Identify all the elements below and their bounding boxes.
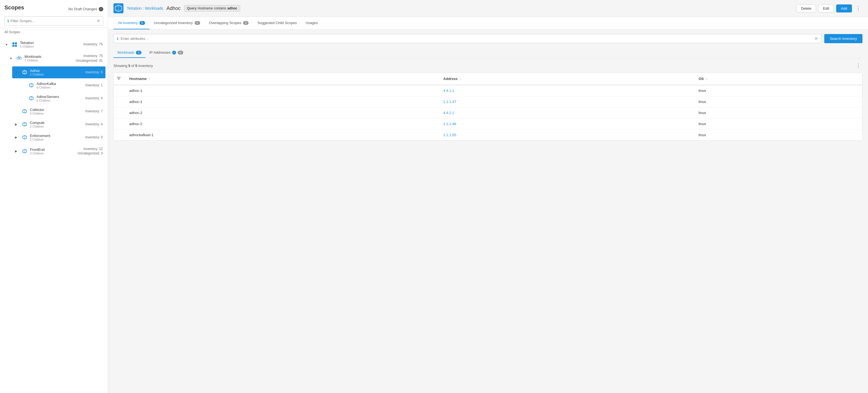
sidebar-header: Scopes No Draft Changes i ℹ ✕ [0,0,108,28]
row-address-0[interactable]: 4.4.1.1 [439,85,694,96]
query-value: adhoc [227,6,237,10]
address-link-1[interactable]: 1.1.1.47 [443,100,456,104]
tab-label-all-inventory: All Inventory [118,21,138,25]
row-os-1: linux [694,96,862,108]
row-os-4: linux [694,129,862,141]
sub-tab-ip-addresses[interactable]: IP Addressesi0 [145,48,187,58]
scope-children-workloads: 7 Children [24,59,73,62]
showing-text: Showing 5 of 5 inventory [114,64,153,68]
chevron-adhoc[interactable]: ▼ [15,70,20,74]
scope-icon-frontend [22,148,28,154]
breadcrumb-workloads[interactable]: Workloads [145,6,163,10]
search-input[interactable] [121,36,812,41]
scope-name-frontend: FrontEnd [30,148,75,152]
scope-children-adhockafka: 0 Children [36,86,83,89]
row-hostname-1: adhoc-1 [125,96,439,108]
topbar-brand [114,3,123,13]
query-operator: contains [214,6,226,10]
scope-meta-tetration: Inventory: 75 [84,42,103,47]
sidebar-item-adhocservers[interactable]: AdhocServers0 ChildrenInventory: 4 [19,92,105,104]
clear-search-button[interactable]: ✕ [814,36,818,41]
sidebar-item-enforcement[interactable]: ▶Enforcement2 ChildrenInventory: 0 [12,131,105,143]
scope-meta-adhoc: Inventory: 5 [85,70,103,75]
filter-input[interactable] [10,19,95,23]
hostname-column-header[interactable]: Hostname ↑ [125,73,439,85]
scope-name-wrap-tetration: Tetration5 Children [20,41,82,48]
sidebar-item-workloads[interactable]: ▼Workloads7 ChildrenInventory: 75Uncateg… [7,52,105,65]
scope-name-wrap-compute: Compute2 Children [30,121,83,128]
address-link-2[interactable]: 4.4.2.1 [443,111,454,115]
chevron-compute[interactable]: ▶ [15,123,20,126]
address-link-4[interactable]: 1.1.1.55 [443,133,456,137]
tab-uncategorized[interactable]: Uncategorized Inventory0 [150,17,205,29]
query-badge: Query Hostname contains adhoc [184,5,240,11]
search-input-wrap[interactable]: ℹ ✕ [114,34,822,43]
search-inventory-button[interactable]: Search Inventory [824,34,863,43]
scope-icon-compute [22,121,28,127]
chevron-tetration[interactable]: ▼ [5,43,9,46]
row-address-4[interactable]: 1.1.1.55 [439,129,694,141]
row-hostname-4: adhockafkaxl-1 [125,129,439,141]
scope-children-enforcement: 2 Children [30,138,83,141]
chevron-frontend[interactable]: ▶ [15,149,20,153]
sidebar-item-frontend[interactable]: ▶FrontEnd3 ChildrenInventory: 12Uncatego… [12,145,105,158]
sidebar-item-collector[interactable]: Collector0 ChildrenInventory: 7 [12,105,105,117]
delete-button[interactable]: Delete [796,4,816,12]
row-filter-cell [114,96,125,108]
hostname-sort-icon: ↑ [149,77,150,81]
sub-tab-workloads[interactable]: Workloads5 [114,48,145,58]
topbar: Tetration : Workloads Adhoc Query Hostna… [108,0,868,17]
address-link-0[interactable]: 4.4.1.1 [443,89,454,93]
filter-icon[interactable] [117,76,121,81]
query-hostname: Hostname [197,6,213,10]
table-row: adhoc-2 4.4.2.1 linux [114,108,862,118]
scope-meta-adhockafka: Inventory: 1 [85,83,103,88]
tab-suggested[interactable]: Suggested Child Scopes [253,17,301,29]
hostname-label: Hostname [129,77,147,81]
row-address-3[interactable]: 1.1.1.48 [439,118,694,129]
row-os-0: linux [694,85,862,96]
sidebar: Scopes No Draft Changes i ℹ ✕ 40 Scopes … [0,0,108,393]
scope-name-tetration: Tetration [20,41,82,45]
tab-label-suggested: Suggested Child Scopes [257,21,297,25]
query-label: Query [187,6,197,10]
tab-usages[interactable]: Usages [301,17,322,29]
scope-meta-compute: Inventory: 4 [85,122,103,127]
breadcrumb-tetration[interactable]: Tetration [127,6,142,10]
scope-name-wrap-adhockafka: AdhocKafka0 Children [36,82,83,89]
more-options-button[interactable]: ⋮ [854,4,863,12]
tab-all-inventory[interactable]: All Inventory5 [114,17,150,29]
inventory-table: Hostname ↑ Address ↕ OS ↕ a [114,73,862,140]
sidebar-title: Scopes [4,4,24,11]
app-logo-icon [114,3,123,13]
row-address-1[interactable]: 1.1.1.47 [439,96,694,108]
info-icon-filter: ℹ [7,19,9,23]
row-hostname-2: adhoc-2 [125,108,439,118]
filter-scopes-input[interactable]: ℹ ✕ [4,16,103,26]
chevron-workloads[interactable]: ▼ [9,57,14,60]
row-filter-cell [114,129,125,141]
address-link-3[interactable]: 1.1.1.48 [443,122,456,126]
add-button[interactable]: Add [836,4,852,12]
content-area: ℹ ✕ Search Inventory Workloads5IP Addres… [108,30,868,393]
sidebar-item-tetration[interactable]: ▼Tetration5 ChildrenInventory: 75 [2,38,105,50]
address-label: Address [443,77,458,81]
sidebar-item-adhockafka[interactable]: AdhocKafka0 ChildrenInventory: 1 [19,80,105,91]
address-column-header[interactable]: Address ↕ [439,73,694,85]
tab-overlapping[interactable]: Overlapping Scopes0 [205,17,253,29]
row-address-2[interactable]: 4.4.2.1 [439,108,694,118]
edit-button[interactable]: Edit [818,4,834,12]
scope-children-adhocservers: 0 Children [36,99,83,102]
clear-filter-button[interactable]: ✕ [97,18,100,24]
scope-name-wrap-collector: Collector0 Children [30,108,83,115]
table-more-options-button[interactable]: ⋮ [854,61,863,70]
sidebar-item-adhoc[interactable]: ▼Adhoc2 ChildrenInventory: 5 [12,66,105,78]
filter-column-header [114,73,125,85]
scope-meta-enforcement: Inventory: 0 [85,135,103,140]
sidebar-item-compute[interactable]: ▶Compute2 ChildrenInventory: 4 [12,118,105,130]
table-header: Hostname ↑ Address ↕ OS ↕ [114,73,862,85]
os-column-header[interactable]: OS ↕ [694,73,862,85]
scope-icon-adhocservers [28,95,34,101]
chevron-enforcement[interactable]: ▶ [15,135,20,139]
tab-label-overlapping: Overlapping Scopes [209,21,241,25]
